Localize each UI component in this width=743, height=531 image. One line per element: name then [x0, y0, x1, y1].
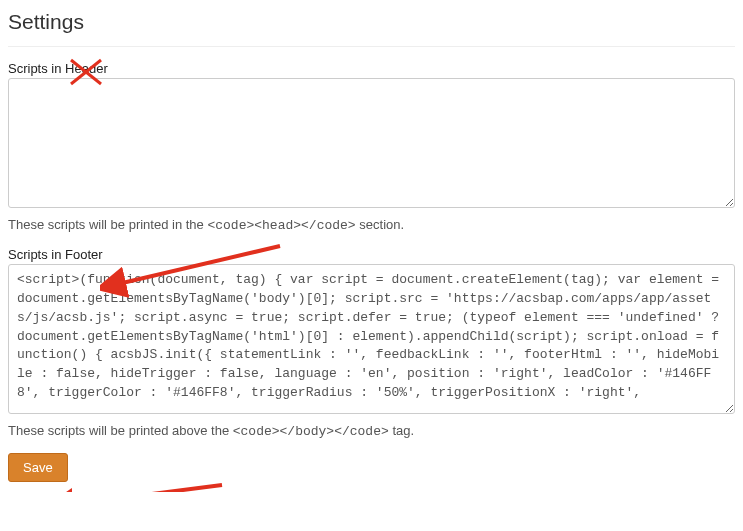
header-scripts-hint: These scripts will be printed in the <co…: [8, 217, 735, 233]
page-title: Settings: [8, 10, 735, 47]
svg-line-5: [66, 485, 222, 492]
header-scripts-label: Scripts in Header: [8, 61, 735, 76]
footer-scripts-hint: These scripts will be printed above the …: [8, 423, 735, 439]
footer-scripts-label: Scripts in Footer: [8, 247, 735, 262]
footer-scripts-textarea[interactable]: [8, 264, 735, 414]
annotation-arrow-save-icon: [52, 475, 232, 492]
save-button[interactable]: Save: [8, 453, 68, 482]
header-scripts-textarea[interactable]: [8, 78, 735, 208]
